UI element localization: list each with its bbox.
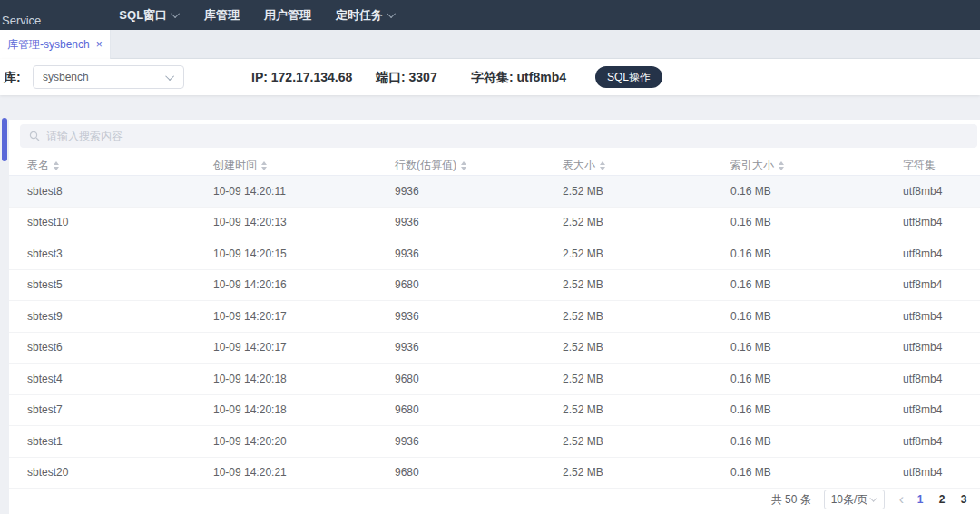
table-row[interactable]: sbtest110-09 14:20:2099362.52 MB0.16 MBu… bbox=[9, 426, 980, 458]
table-cell: sbtest9 bbox=[27, 310, 213, 323]
table-row[interactable]: sbtest710-09 14:20:1896802.52 MB0.16 MBu… bbox=[9, 395, 980, 427]
sql-operation-button[interactable]: SQL操作 bbox=[595, 66, 662, 88]
table-cell: 10-09 14:20:20 bbox=[213, 435, 395, 448]
page-size-select[interactable]: 10条/页 bbox=[824, 490, 885, 509]
column-header-label: 创建时间 bbox=[213, 158, 257, 173]
table-cell: sbtest7 bbox=[27, 403, 213, 416]
search-icon bbox=[29, 131, 40, 141]
tab-label: 库管理-sysbench bbox=[7, 37, 90, 53]
table-row[interactable]: sbtest2010-09 14:20:2196802.52 MB0.16 MB… bbox=[9, 458, 980, 490]
search-box[interactable] bbox=[20, 124, 977, 148]
sort-icon[interactable] bbox=[461, 161, 466, 170]
table-cell: 10-09 14:20:13 bbox=[213, 216, 395, 228]
page-number-3[interactable]: 3 bbox=[953, 493, 975, 506]
table-cell: 2.52 MB bbox=[563, 310, 730, 323]
nav-item-label: 用户管理 bbox=[264, 7, 311, 24]
nav-item[interactable]: SQL窗口 bbox=[119, 7, 180, 24]
table-cell: 2.52 MB bbox=[563, 341, 730, 354]
nav-item-label: 定时任务 bbox=[336, 7, 383, 24]
tab-close-icon[interactable]: × bbox=[96, 38, 103, 51]
table-row[interactable]: sbtest1010-09 14:20:1399362.52 MB0.16 MB… bbox=[9, 208, 980, 239]
table-cell: 2.52 MB bbox=[563, 403, 730, 416]
table-cell: utf8mb4 bbox=[903, 278, 980, 291]
table-body: sbtest810-09 14:20:1199362.52 MB0.16 MBu… bbox=[9, 176, 980, 489]
column-header[interactable]: 索引大小 bbox=[730, 158, 903, 173]
tab-db-management-sysbench[interactable]: 库管理-sysbench × bbox=[0, 30, 111, 59]
table-cell: utf8mb4 bbox=[903, 185, 980, 198]
chevron-down-icon bbox=[171, 9, 180, 18]
table-cell: 10-09 14:20:16 bbox=[213, 278, 395, 291]
table-cell: utf8mb4 bbox=[903, 403, 980, 416]
nav-item[interactable]: 定时任务 bbox=[336, 7, 396, 24]
page-number-2[interactable]: 2 bbox=[931, 493, 953, 506]
sort-icon[interactable] bbox=[779, 161, 784, 170]
table-cell: 9936 bbox=[395, 216, 563, 228]
search-input[interactable] bbox=[46, 130, 977, 142]
table-cell: 0.16 MB bbox=[730, 466, 903, 479]
table-cell: 2.52 MB bbox=[563, 216, 730, 228]
column-header[interactable]: 表名 bbox=[27, 158, 213, 173]
server-ip: IP: 172.17.134.68 bbox=[251, 70, 352, 84]
table-panel: 表名创建时间行数(估算值)表大小索引大小字符集 sbtest810-09 14:… bbox=[9, 120, 980, 514]
table-cell: 9936 bbox=[395, 185, 563, 198]
database-toolbar: 库: sysbench IP: 172.17.134.68 端口: 3307 字… bbox=[0, 59, 980, 95]
table-row[interactable]: sbtest610-09 14:20:1799362.52 MB0.16 MBu… bbox=[9, 333, 980, 364]
table-cell: sbtest8 bbox=[27, 185, 213, 198]
table-cell: 0.16 MB bbox=[730, 435, 903, 448]
table-cell: 0.16 MB bbox=[730, 216, 903, 228]
database-label: 库: bbox=[4, 70, 21, 86]
table-cell: 2.52 MB bbox=[563, 466, 730, 479]
table-row[interactable]: sbtest810-09 14:20:1199362.52 MB0.16 MBu… bbox=[9, 176, 980, 208]
table-cell: sbtest1 bbox=[27, 435, 213, 448]
table-cell: sbtest10 bbox=[27, 216, 213, 228]
table-cell: 10-09 14:20:18 bbox=[213, 373, 395, 385]
nav-item-label: 库管理 bbox=[204, 7, 240, 24]
total-count: 共 50 条 bbox=[771, 492, 811, 508]
table-cell: utf8mb4 bbox=[903, 216, 980, 228]
table-cell: utf8mb4 bbox=[903, 341, 980, 354]
column-header[interactable]: 表大小 bbox=[563, 158, 730, 173]
page-size-value: 10条/页 bbox=[831, 492, 872, 508]
vertical-scrollbar-thumb[interactable] bbox=[2, 118, 7, 161]
table-cell: 9936 bbox=[395, 247, 563, 260]
column-header-label: 索引大小 bbox=[730, 158, 774, 173]
table-cell: 9936 bbox=[395, 435, 563, 448]
prev-page-button[interactable]: ‹ bbox=[899, 492, 904, 507]
table-cell: utf8mb4 bbox=[903, 435, 980, 448]
table-row[interactable]: sbtest310-09 14:20:1599362.52 MB0.16 MBu… bbox=[9, 238, 980, 270]
page-number-1[interactable]: 1 bbox=[909, 493, 931, 506]
database-select[interactable]: sysbench bbox=[33, 65, 184, 89]
table-cell: 2.52 MB bbox=[563, 278, 730, 291]
sort-icon[interactable] bbox=[261, 161, 267, 170]
pagination: 共 50 条 10条/页 ‹ 123 bbox=[771, 489, 975, 510]
table-cell: 10-09 14:20:18 bbox=[213, 403, 395, 416]
table-cell: 0.16 MB bbox=[730, 403, 903, 416]
table-cell: 10-09 14:20:21 bbox=[213, 466, 395, 479]
table-cell: 10-09 14:20:11 bbox=[213, 185, 395, 198]
nav-item[interactable]: 库管理 bbox=[204, 7, 240, 24]
table-cell: 0.16 MB bbox=[730, 185, 903, 198]
table-cell: sbtest4 bbox=[27, 373, 213, 385]
chevron-down-icon bbox=[387, 9, 396, 18]
table-cell: sbtest6 bbox=[27, 341, 213, 354]
table-cell: utf8mb4 bbox=[903, 373, 980, 385]
table-cell: utf8mb4 bbox=[903, 310, 980, 323]
column-header-label: 字符集 bbox=[903, 158, 936, 173]
table-row[interactable]: sbtest510-09 14:20:1696802.52 MB0.16 MBu… bbox=[9, 270, 980, 302]
table-cell: 10-09 14:20:17 bbox=[213, 310, 395, 323]
column-header: 字符集 bbox=[903, 158, 980, 173]
sort-icon[interactable] bbox=[54, 161, 59, 170]
table-cell: 2.52 MB bbox=[563, 373, 730, 385]
table-cell: sbtest20 bbox=[27, 466, 213, 479]
table-cell: utf8mb4 bbox=[903, 466, 980, 479]
table-row[interactable]: sbtest410-09 14:20:1896802.52 MB0.16 MBu… bbox=[9, 364, 980, 395]
tab-bar: 库管理-sysbench × bbox=[0, 30, 980, 59]
table-row[interactable]: sbtest910-09 14:20:1799362.52 MB0.16 MBu… bbox=[9, 301, 980, 333]
table-cell: 0.16 MB bbox=[730, 247, 903, 260]
sort-icon[interactable] bbox=[600, 161, 605, 170]
column-header-label: 表名 bbox=[27, 158, 49, 173]
table-cell: 2.52 MB bbox=[563, 247, 730, 260]
nav-item[interactable]: 用户管理 bbox=[264, 7, 311, 24]
column-header[interactable]: 创建时间 bbox=[213, 158, 395, 173]
column-header[interactable]: 行数(估算值) bbox=[395, 158, 563, 173]
